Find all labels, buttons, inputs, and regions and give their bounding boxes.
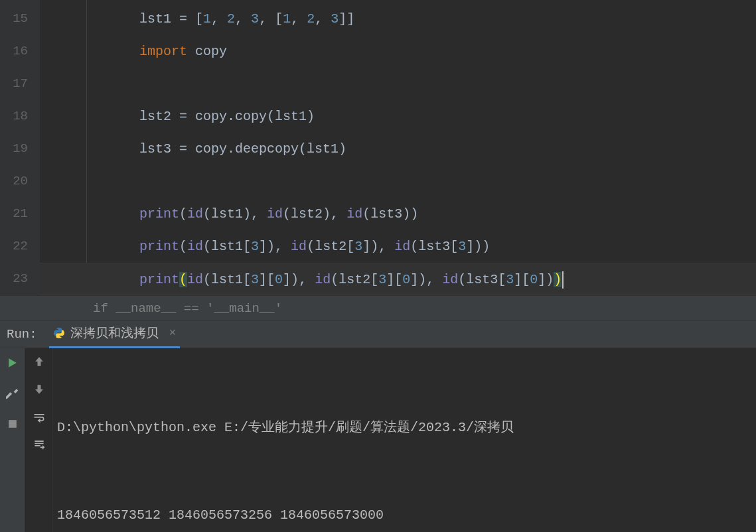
line-number: 17 [0, 68, 28, 100]
breadcrumb[interactable]: if __name__ == '__main__' [0, 295, 756, 320]
run-tab[interactable]: 深拷贝和浅拷贝 × [49, 320, 181, 348]
code-line[interactable]: lst2 = copy.copy(lst1) [40, 100, 756, 133]
code-pane[interactable]: lst1 = [1, 2, 3, [1, 2, 3]] import copy … [40, 0, 756, 295]
code-line[interactable] [40, 68, 756, 100]
line-number: 22 [0, 230, 28, 263]
line-number: 19 [0, 133, 28, 165]
line-number: 21 [0, 198, 28, 230]
console-nav [25, 348, 53, 532]
line-number: 15 [0, 3, 28, 35]
python-icon [53, 327, 65, 339]
code-line[interactable]: lst1 = [1, 2, 3, [1, 2, 3]] [40, 3, 756, 35]
code-line[interactable]: import copy [40, 35, 756, 68]
rerun-icon[interactable] [6, 356, 19, 369]
svg-rect-0 [9, 420, 17, 428]
soft-wrap-icon[interactable] [33, 411, 46, 424]
code-line[interactable]: lst3 = copy.deepcopy(lst1) [40, 133, 756, 165]
line-number: 18 [0, 100, 28, 133]
gutter: 15 16 17 18 19 20 21 22 23 [0, 0, 40, 295]
run-tool-header: Run: 深拷贝和浅拷贝 × [0, 320, 756, 348]
run-toolbar [0, 348, 25, 532]
line-number: 16 [0, 35, 28, 68]
editor-area: 15 16 17 18 19 20 21 22 23 lst1 = [1, 2,… [0, 0, 756, 295]
code-line[interactable]: print(id(lst1), id(lst2), id(lst3)) [40, 198, 756, 230]
run-label: Run: [7, 327, 37, 342]
scroll-to-end-icon[interactable] [33, 438, 46, 452]
line-number: 23 [0, 263, 28, 295]
code-line[interactable] [40, 165, 756, 198]
code-line-current[interactable]: print(id(lst1[3][0]), id(lst2[3][0]), id… [40, 263, 756, 295]
console-line: D:\python\python.exe E:/专业能力提升/刷题/算法题/20… [57, 413, 752, 442]
console-output[interactable]: D:\python\python.exe E:/专业能力提升/刷题/算法题/20… [53, 348, 756, 532]
code-line[interactable]: print(id(lst1[3]), id(lst2[3]), id(lst3[… [40, 230, 756, 263]
up-arrow-icon[interactable] [33, 355, 46, 368]
wrench-icon[interactable] [6, 387, 19, 400]
stop-icon[interactable] [6, 417, 19, 431]
close-icon[interactable]: × [169, 326, 177, 340]
caret [562, 271, 564, 289]
run-tab-title: 深拷贝和浅拷贝 [70, 324, 159, 342]
run-body: D:\python\python.exe E:/专业能力提升/刷题/算法题/20… [0, 348, 756, 532]
line-number: 20 [0, 165, 28, 198]
console-line: 1846056573512 1846056573256 184605657300… [57, 501, 752, 530]
down-arrow-icon[interactable] [33, 383, 46, 396]
